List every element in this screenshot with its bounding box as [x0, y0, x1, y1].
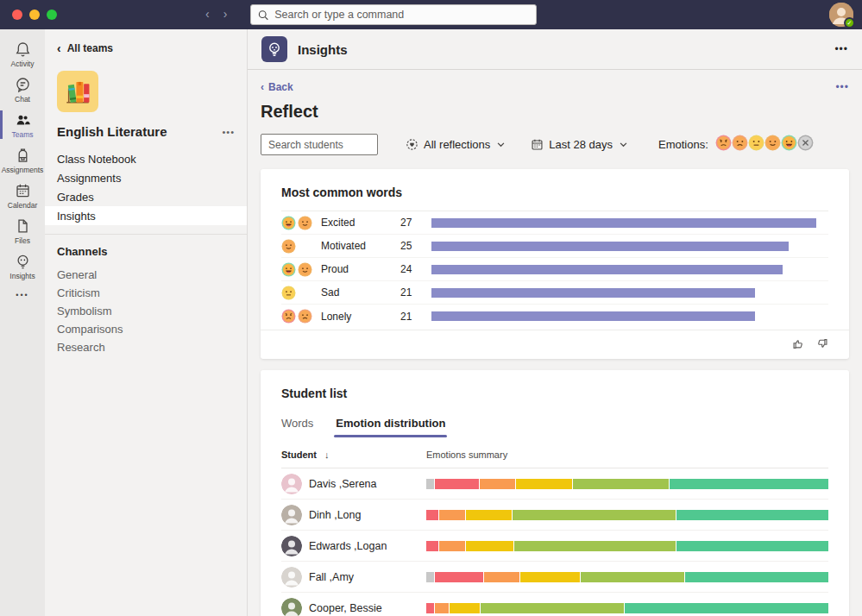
student-row-edwards-logan[interactable]: Edwards ,Logan	[281, 531, 828, 562]
sort-descending-icon: ↓	[324, 449, 330, 460]
search-icon	[258, 9, 268, 21]
rail-item-insights[interactable]: Insights	[0, 248, 45, 284]
word-bar	[431, 265, 783, 274]
emotion-clear-icon[interactable]	[797, 135, 814, 151]
team-logo[interactable]	[57, 71, 98, 112]
app-title: Insights	[298, 42, 348, 57]
sidebar-item-insights[interactable]: Insights	[45, 206, 247, 225]
emotion-distribution-bar	[426, 541, 828, 551]
user-avatar[interactable]: ✓	[829, 3, 853, 27]
student-card-title: Student list	[261, 370, 849, 412]
history-back-button[interactable]: ‹	[205, 7, 210, 21]
calendar-icon	[531, 138, 544, 151]
title-bar: ‹ › ✓	[0, 0, 862, 29]
rail-item-teams[interactable]: Teams	[0, 107, 45, 142]
student-row-dinh-long[interactable]: Dinh ,Long	[281, 500, 828, 531]
word-count: 21	[400, 286, 425, 299]
segment-orange	[435, 603, 449, 613]
segment-yellow	[466, 541, 513, 551]
sidebar-item-grades[interactable]: Grades	[45, 187, 247, 206]
column-student[interactable]: Student ↓	[281, 449, 419, 460]
page-more-button[interactable]: •••	[835, 81, 849, 93]
segment-red	[426, 603, 434, 613]
thumbs-down-icon[interactable]	[815, 337, 828, 350]
rail-item-label: Calendar	[8, 201, 38, 210]
chevron-down-icon	[620, 142, 627, 148]
thumbs-up-icon[interactable]	[792, 337, 805, 350]
rail-more-button[interactable]: •••	[0, 291, 45, 299]
emotions-filter: Emotions:	[658, 135, 814, 154]
team-more-button[interactable]: •••	[222, 127, 235, 137]
status-available-icon: ✓	[844, 17, 855, 28]
emotion-happy-icon[interactable]	[764, 135, 781, 151]
emotion-happy-icon	[281, 239, 296, 254]
emotion-angry-icon[interactable]	[715, 135, 732, 151]
rail-item-assignments[interactable]: Assignments	[0, 142, 45, 178]
rail-item-label: Files	[15, 236, 30, 245]
rail-item-chat[interactable]: Chat	[0, 72, 45, 107]
sidebar-item-assignments[interactable]: Assignments	[45, 168, 247, 187]
emotion-distribution-bar	[426, 603, 828, 613]
word-label: Proud	[321, 263, 393, 275]
channel-item-symbolism[interactable]: Symbolism	[45, 301, 247, 319]
app-rail: ActivityChatTeamsAssignmentsCalendarFile…	[0, 29, 45, 616]
tab-words[interactable]: Words	[281, 417, 313, 437]
segment-green	[676, 510, 828, 520]
books-icon	[61, 75, 94, 108]
word-rows: Excited27Motivated25Proud24Sad21Lonely21	[261, 211, 849, 328]
insights-app-icon	[261, 36, 287, 62]
tab-emotion-distribution[interactable]: Emotion distribution	[336, 417, 445, 437]
segment-red	[435, 572, 482, 582]
segment-red	[435, 479, 479, 489]
all-teams-back-link[interactable]: ‹ All teams	[45, 41, 247, 55]
main-panel: Insights ••• ‹ Back ••• Reflect All refl…	[248, 29, 862, 616]
rail-item-files[interactable]: Files	[0, 213, 45, 248]
word-row-lonely: Lonely21	[281, 305, 828, 328]
word-row-motivated: Motivated25	[281, 235, 828, 258]
sidebar-item-class-notebook[interactable]: Class Notebook	[45, 149, 247, 168]
channel-item-comparisons[interactable]: Comparisons	[45, 319, 247, 337]
student-tabs: WordsEmotion distribution	[261, 412, 849, 437]
word-count: 21	[400, 311, 425, 323]
command-search-box[interactable]	[250, 4, 537, 25]
channel-list: GeneralCriticismSymbolismComparisonsRese…	[45, 265, 247, 355]
backpack-icon	[14, 147, 32, 165]
search-students-input[interactable]	[261, 134, 378, 155]
close-window-button[interactable]	[12, 9, 22, 20]
word-bar-track	[431, 242, 828, 251]
segment-green	[625, 603, 828, 613]
channel-item-research[interactable]: Research	[45, 337, 247, 355]
word-bar	[431, 218, 816, 228]
app-header-more-button[interactable]: •••	[834, 43, 848, 55]
segment-gray	[426, 572, 434, 582]
maximize-window-button[interactable]	[47, 9, 57, 20]
student-row-cooper-bessie[interactable]: Cooper, Bessie	[281, 593, 828, 616]
back-link[interactable]: ‹ Back	[261, 81, 293, 93]
history-forward-button[interactable]: ›	[223, 7, 228, 21]
rail-item-label: Activity	[11, 60, 35, 68]
emotion-neutral-icon[interactable]	[748, 135, 764, 151]
emotion-sad-icon[interactable]	[732, 135, 748, 151]
word-label: Lonely	[321, 311, 393, 323]
channel-item-general[interactable]: General	[45, 265, 247, 283]
segment-green	[685, 572, 828, 582]
student-list-card: Student list WordsEmotion distribution S…	[261, 370, 849, 616]
emotion-grin-icon[interactable]	[781, 135, 797, 151]
emotion-faces	[715, 135, 814, 154]
student-name: Cooper, Bessie	[309, 602, 419, 614]
segment-green	[670, 479, 828, 489]
word-row-emotions	[281, 216, 314, 230]
word-bar-track	[431, 218, 828, 228]
student-row-davis-serena[interactable]: Davis ,Serena	[281, 468, 828, 500]
reflections-filter-dropdown[interactable]: All reflections	[406, 138, 505, 151]
date-range-dropdown[interactable]: Last 28 days	[531, 138, 627, 151]
minimize-window-button[interactable]	[29, 9, 40, 20]
word-label: Motivated	[321, 240, 393, 252]
team-menu: Class NotebookAssignmentsGradesInsights	[45, 149, 247, 225]
rail-item-calendar[interactable]: Calendar	[0, 178, 45, 213]
command-search-input[interactable]	[274, 9, 529, 21]
channel-item-criticism[interactable]: Criticism	[45, 283, 247, 301]
emotion-happy-icon	[298, 262, 312, 277]
student-row-fall-amy[interactable]: Fall ,Amy	[281, 562, 828, 593]
rail-item-activity[interactable]: Activity	[0, 36, 45, 72]
